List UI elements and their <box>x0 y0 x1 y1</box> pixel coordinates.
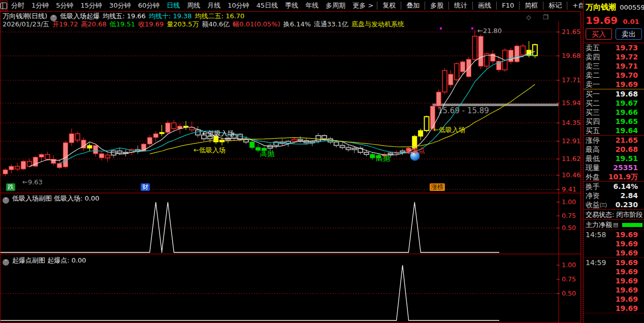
ask-row[interactable]: 卖三19.71 <box>584 61 644 71</box>
stat-row[interactable]: 最低19.51 <box>584 154 644 163</box>
candle <box>100 154 104 158</box>
ask-row-label: 卖一 <box>586 80 600 89</box>
stat-row[interactable]: 净资2.84 <box>584 191 644 200</box>
chevron-down-icon[interactable]: ˅ <box>3 259 9 266</box>
trading-app-window: 分时1分钟5分钟15分钟30分钟60分钟日线周线月线10分钟45日线季线年线多周… <box>0 0 644 323</box>
tick-row: 19.69 <box>584 276 644 285</box>
sell-button[interactable]: 卖出 <box>616 28 642 40</box>
candle <box>430 106 435 128</box>
tool-button[interactable]: 复权 <box>377 2 401 10</box>
candle <box>472 36 477 59</box>
candle <box>87 145 92 148</box>
panel-axis-label: 1.00 <box>562 198 576 206</box>
candle <box>322 136 327 139</box>
bid-row[interactable]: 买五19.64 <box>584 126 644 135</box>
stat-row[interactable]: 换手6.14% <box>584 182 644 191</box>
ohlc-info-item: 额40.6亿 <box>202 20 230 28</box>
period-tab[interactable]: 季线 <box>281 1 302 10</box>
stat-row[interactable]: 最高20.68 <box>584 145 644 154</box>
tool-button[interactable]: 简框 <box>519 2 543 10</box>
ask-row-label: 卖二 <box>586 71 600 80</box>
stat-row[interactable]: 外盘101.9万 <box>584 172 644 181</box>
candle <box>334 142 339 146</box>
tick-row: 14:5819.69 <box>584 230 644 239</box>
stock-code: 000559 <box>620 4 644 11</box>
chart-region[interactable]: 21.6519.6817.7115.9414.3512.9111.6210.46… <box>0 11 583 323</box>
ask-row[interactable]: 卖一19.69 <box>584 80 644 89</box>
chart-tag-badge[interactable]: 跌 <box>6 183 15 191</box>
tool-button[interactable]: 多股 <box>425 2 448 10</box>
bid-row[interactable]: 买一19.68 <box>584 89 644 99</box>
candle <box>27 162 31 167</box>
indicator-spike-line <box>0 202 499 252</box>
y-axis-label: 15.94 <box>562 99 581 107</box>
ask-row[interactable]: 卖二19.70 <box>584 71 644 80</box>
stat-row[interactable]: 涨停21.65 <box>584 136 644 145</box>
chart-corner-icons[interactable]: ◇ ❐ <box>526 14 554 21</box>
period-tab[interactable]: 30分钟 <box>106 1 135 10</box>
tool-button[interactable]: 标记 <box>543 2 567 10</box>
stat-row[interactable]: 收益㈢0.230 <box>584 200 644 209</box>
bid-row[interactable]: 买二19.67 <box>584 99 644 108</box>
stat-row-label: 最低 <box>586 154 600 163</box>
period-tab[interactable]: 分时 <box>8 1 28 10</box>
y-axis-label: 12.91 <box>562 137 581 145</box>
ma-legend-item: 均线二五: 16.70 <box>195 12 245 20</box>
chart-annotation: ←低吸入场 <box>433 126 465 134</box>
period-tab[interactable]: 周线 <box>183 1 204 10</box>
tool-button[interactable]: F10 <box>496 2 519 10</box>
panel1-title: 低吸入场副图 <box>12 195 52 202</box>
bid-row-label: 买一 <box>586 89 600 99</box>
period-tab[interactable]: 月线 <box>204 1 224 10</box>
tick-row: 19.69 <box>584 304 644 313</box>
bid-row-label: 买四 <box>586 117 600 126</box>
candlestick-chart-canvas[interactable]: 21.6519.6817.7115.9414.3512.9111.6210.46… <box>0 11 583 323</box>
candle <box>298 140 303 141</box>
ask-row[interactable]: 卖五19.73 <box>584 43 644 52</box>
tick-list[interactable]: 14:5819.6919.6919.6914:5919.6919.6919.69… <box>584 230 644 313</box>
bid-row[interactable]: 买四19.65 <box>584 117 644 126</box>
tool-button[interactable]: 画线 <box>472 2 496 10</box>
chart-header-line2: 2026/01/23/五开19.72高20.68低19.51收19.69量203… <box>3 20 410 29</box>
candle <box>93 145 98 153</box>
period-tab[interactable]: 日线 <box>163 1 183 10</box>
panel-axis-label: 0.50 <box>562 289 576 297</box>
period-tab[interactable]: 5分钟 <box>52 1 77 10</box>
period-tab[interactable]: 45日线 <box>253 1 282 10</box>
tick-row: 19.69 <box>584 295 644 304</box>
bid-row[interactable]: 买三19.66 <box>584 108 644 117</box>
ask-row-value: 19.69 <box>616 80 638 89</box>
candle <box>364 152 369 154</box>
chart-annotation: 高抛 <box>376 154 391 162</box>
quote-sidebar: 万向钱潮 000559 19.69 0.01 0.05% 买入 卖出 卖五19.… <box>583 0 644 323</box>
candle <box>400 151 405 152</box>
period-tab[interactable]: 60分钟 <box>135 1 164 10</box>
chart-tag-badge[interactable]: 财 <box>141 183 150 191</box>
stat-row[interactable]: 现量25351 <box>584 163 644 172</box>
candle <box>117 151 122 153</box>
tick-row: 19.69 <box>584 267 644 276</box>
tick-price: 19.69 <box>616 304 638 313</box>
period-tab[interactable]: 10分钟 <box>224 1 253 10</box>
chevron-down-icon[interactable]: ˅ <box>3 197 9 204</box>
period-tab[interactable]: 多周期 <box>322 1 349 10</box>
list-icon[interactable]: ▤ <box>613 221 618 228</box>
indicator-name[interactable]: 低吸入场起爆 <box>60 12 100 20</box>
period-tab[interactable]: 年线 <box>302 1 322 10</box>
layout-toggle-icon[interactable] <box>0 1 8 11</box>
tick-price: 19.69 <box>616 230 638 239</box>
tool-button[interactable]: 统计 <box>448 2 472 10</box>
panel2-value: 起爆点: 0.00 <box>47 256 86 264</box>
candle <box>69 134 74 143</box>
period-tab[interactable]: 更多 > <box>349 1 377 10</box>
tool-button[interactable]: 叠加 <box>401 2 425 10</box>
ask-row[interactable]: 卖四19.72 <box>584 52 644 61</box>
period-tab[interactable]: 15分钟 <box>77 1 106 10</box>
stock-name: 万向钱潮 <box>586 3 616 12</box>
chart-tag-badge[interactable]: 涨榜 <box>430 183 445 191</box>
buy-button[interactable]: 买入 <box>586 28 612 40</box>
stat-row-label: 现量 <box>586 163 600 172</box>
panel1-header: ˅低吸入场副图 低吸入场: 0.00 <box>3 194 100 204</box>
tick-row: 19.69 <box>584 239 644 248</box>
period-tab[interactable]: 1分钟 <box>28 1 52 10</box>
